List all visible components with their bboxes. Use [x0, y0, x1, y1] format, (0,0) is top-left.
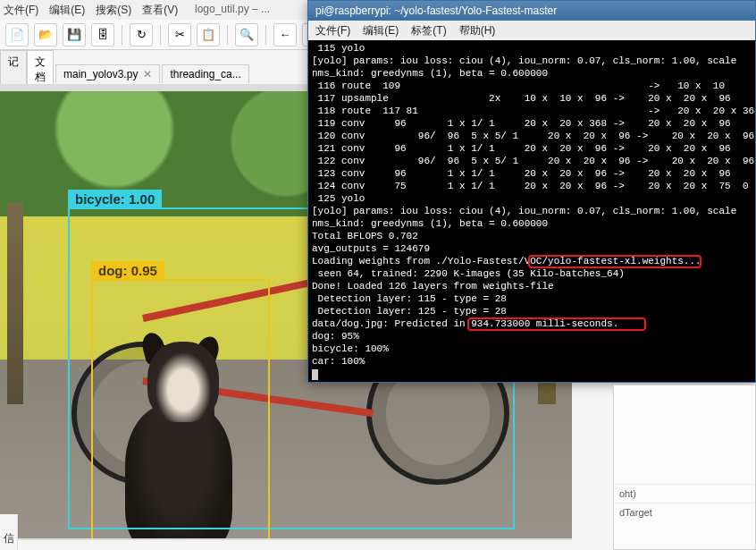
detection-box-dog: dog: 0.95 [91, 279, 270, 538]
photo-post [7, 203, 23, 404]
file-tab-label: main_yolov3.py [63, 68, 138, 80]
terminal-cursor [312, 369, 318, 380]
detection-label-dog: dog: 0.95 [91, 261, 164, 280]
terminal-titlebar[interactable]: pi@raspberrypi: ~/yolo-fastest/Yolo-Fast… [308, 1, 755, 21]
tb-back-icon[interactable]: ← [273, 23, 297, 47]
file-tab-label: threading_ca... [170, 68, 240, 80]
menu-edit[interactable]: 编辑(E) [49, 3, 85, 18]
terminal-line: Detection layer: 125 - type = 28 [312, 305, 752, 317]
tb-separator [160, 25, 161, 45]
terminal-line: 116 route 109 -> 10 x 10 [312, 80, 752, 92]
tb-find-icon[interactable]: 🔍 [235, 23, 258, 47]
tb-copy-icon[interactable]: 📋 [197, 23, 220, 47]
terminal-line: 124 conv 75 1 x 1/ 1 20 x 20 x 96 -> 20 … [312, 180, 752, 192]
tb-separator [265, 25, 266, 45]
terminal-line: 121 conv 96 1 x 1/ 1 20 x 20 x 96 -> 20 … [312, 142, 752, 155]
menu-search[interactable]: 搜索(S) [96, 3, 131, 18]
file-tab-threading[interactable]: threading_ca... [162, 64, 248, 83]
term-menu-edit[interactable]: 编辑(E) [363, 23, 399, 38]
terminal-line: 118 route 117 81 -> 20 x 20 x 368 [312, 105, 752, 117]
terminal-line: nms_kind: greedynms (1), beta = 0.600000 [312, 217, 752, 230]
terminal-line: Loading weights from ./Yolo-Fastest/VOC/… [312, 255, 752, 267]
tb-saveall-icon[interactable]: 🗄 [91, 23, 114, 47]
terminal-line: Total BFLOPS 0.702 [312, 230, 752, 242]
editor-title-tab: logo_util.py – ... [188, 0, 277, 18]
terminal-line: bicycle: 100% [312, 343, 752, 355]
tb-separator [227, 25, 228, 45]
terminal-menubar: 文件(F) 编辑(E) 标签(T) 帮助(H) [308, 21, 755, 40]
terminal-line: [yolo] params: iou loss: ciou (4), iou_n… [312, 55, 752, 67]
tb-open-icon[interactable]: 📂 [34, 23, 57, 47]
file-tab-main-yolov3[interactable]: main_yolov3.py ✕ [55, 64, 160, 83]
terminal-line: [yolo] params: iou loss: ciou (4), iou_n… [312, 205, 752, 217]
menu-view[interactable]: 查看(V) [142, 3, 178, 18]
detection-label-bicycle: bicycle: 1.00 [68, 190, 162, 208]
sidebar-tab-notes[interactable]: 记 [0, 50, 27, 89]
tb-refresh-icon[interactable]: ↻ [130, 23, 153, 47]
right-side-panel: oht) dTarget [613, 385, 756, 550]
tb-separator [122, 25, 122, 45]
term-menu-help[interactable]: 帮助(H) [459, 23, 496, 38]
term-menu-tabs[interactable]: 标签(T) [411, 23, 446, 38]
sidebar-tab-docs[interactable]: 文档 [27, 50, 54, 89]
tb-new-icon[interactable]: 📄 [5, 23, 29, 47]
terminal-line: 119 conv 96 1 x 1/ 1 20 x 20 x 368 -> 20… [312, 117, 752, 130]
tb-cut-icon[interactable]: ✂ [168, 23, 191, 47]
terminal-line: Detection layer: 115 - type = 28 [312, 292, 752, 305]
tb-save-icon[interactable]: 💾 [63, 23, 86, 47]
terminal-line: seen 64, trained: 2290 K-images (35 Kilo… [312, 267, 752, 280]
terminal-line: 125 yolo [312, 192, 752, 205]
terminal-line: data/dog.jpg: Predicted in 934.733000 mi… [312, 317, 752, 330]
terminal-window: pi@raspberrypi: ~/yolo-fastest/Yolo-Fast… [307, 0, 756, 383]
terminal-line: 120 conv 96/ 96 5 x 5/ 1 20 x 20 x 96 ->… [312, 130, 752, 142]
terminal-line: Done! Loaded 126 layers from weights-fil… [312, 280, 752, 292]
bottom-strip-label: 信 [0, 514, 18, 550]
terminal-line: 115 yolo [312, 42, 752, 55]
terminal-line: nms_kind: greedynms (1), beta = 0.600000 [312, 67, 752, 80]
panel-row: dTarget [614, 503, 755, 521]
terminal-line: dog: 95% [312, 330, 752, 343]
term-menu-file[interactable]: 文件(F) [315, 23, 350, 38]
editor-sidebar: 记 文档 [0, 50, 54, 89]
close-icon[interactable]: ✕ [143, 68, 152, 80]
file-tabbar: main_yolov3.py ✕ threading_ca... [55, 64, 249, 83]
terminal-line: 117 upsample 2x 10 x 10 x 96 -> 20 x 20 … [312, 92, 752, 105]
terminal-body[interactable]: 115 yolo[yolo] params: iou loss: ciou (4… [308, 40, 755, 382]
terminal-line: 122 conv 96/ 96 5 x 5/ 1 20 x 20 x 96 ->… [312, 155, 752, 167]
panel-row: oht) [614, 484, 755, 503]
terminal-line: car: 100% [312, 355, 752, 368]
menu-file[interactable]: 文件(F) [4, 3, 38, 18]
terminal-line: 123 conv 96 1 x 1/ 1 20 x 20 x 96 -> 20 … [312, 167, 752, 180]
terminal-line: avg_outputs = 124679 [312, 242, 752, 255]
